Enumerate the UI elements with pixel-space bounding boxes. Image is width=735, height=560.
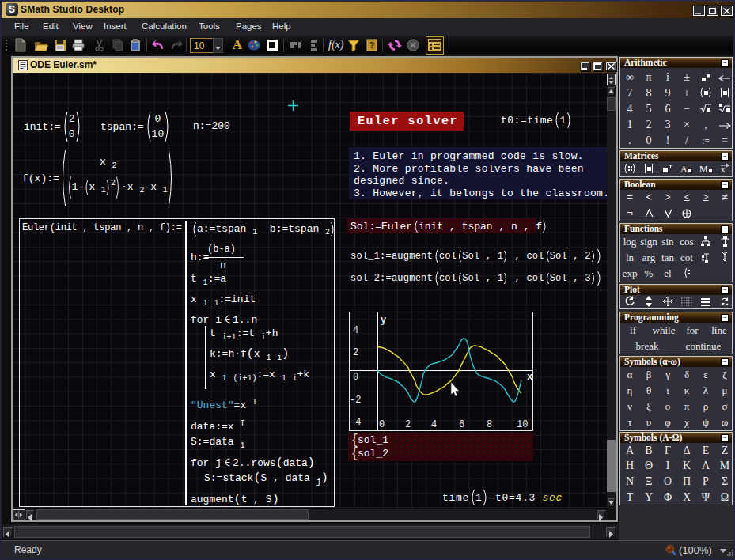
svg-text:0: 0 <box>353 372 358 383</box>
svg-text:x: x <box>721 165 726 174</box>
svg-text:0: 0 <box>379 419 385 430</box>
svg-text:10: 10 <box>517 419 528 430</box>
svg-text:8: 8 <box>487 419 492 430</box>
svg-text:M: M <box>699 164 708 174</box>
svg-text:2: 2 <box>353 347 358 358</box>
svg-text:-2: -2 <box>350 395 361 406</box>
svg-text:6: 6 <box>459 419 464 430</box>
svg-text:x: x <box>527 372 532 383</box>
svg-text:y: y <box>381 315 386 326</box>
svg-text:2: 2 <box>405 419 411 430</box>
svg-text:4: 4 <box>353 325 358 336</box>
svg-text:-4: -4 <box>350 417 361 428</box>
svg-text:4: 4 <box>431 419 437 430</box>
svg-text:A: A <box>680 164 688 174</box>
svg-text:?: ? <box>369 40 375 50</box>
